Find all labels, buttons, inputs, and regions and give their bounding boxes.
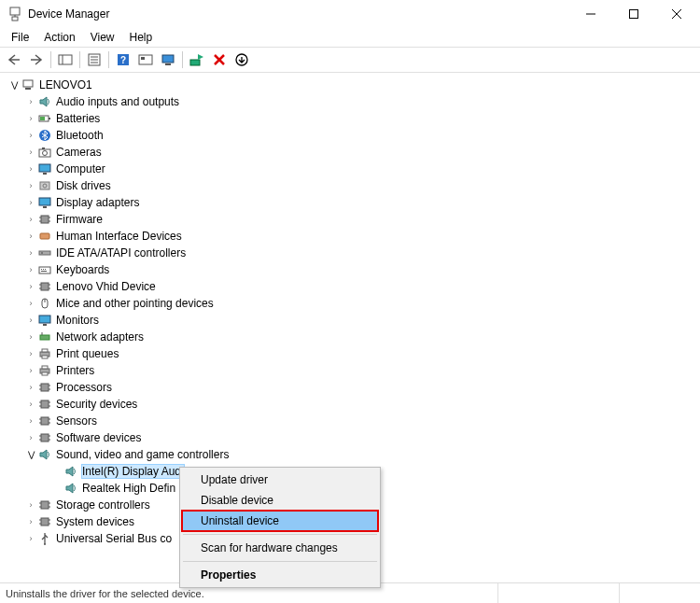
category-label: Display adapters	[56, 196, 139, 209]
tree-category[interactable]: ›Batteries	[7, 110, 696, 127]
expand-arrow-icon[interactable]: ›	[24, 164, 37, 174]
tree-category[interactable]: ⋁Sound, video and game controllers	[7, 446, 696, 463]
svg-rect-59	[43, 324, 47, 326]
tree-category[interactable]: ›Keyboards	[7, 261, 696, 278]
tree-category[interactable]: ›Processors	[7, 379, 696, 396]
disable-button[interactable]	[231, 49, 252, 70]
speaker-icon	[63, 464, 78, 479]
category-label: Universal Serial Bus co	[56, 532, 172, 545]
category-label: Mice and other pointing devices	[56, 297, 214, 310]
expand-arrow-icon[interactable]: ›	[24, 114, 37, 123]
tree-category[interactable]: ›Display adapters	[7, 194, 696, 211]
bluetooth-icon	[37, 128, 52, 143]
tree-root[interactable]: ⋁ LENOVO1	[7, 77, 696, 93]
tree-category[interactable]: ›IDE ATA/ATAPI controllers	[7, 245, 696, 261]
collapse-arrow-icon[interactable]: ⋁	[24, 450, 37, 459]
svg-text:?: ?	[120, 55, 126, 65]
tree-category[interactable]: ›Cameras	[7, 144, 696, 161]
menu-file[interactable]: File	[4, 29, 36, 46]
expand-arrow-icon[interactable]: ›	[24, 97, 37, 106]
back-button[interactable]	[4, 49, 24, 70]
expand-arrow-icon[interactable]: ›	[24, 366, 37, 375]
properties-button[interactable]	[84, 49, 105, 70]
expand-arrow-icon[interactable]: ›	[24, 383, 37, 392]
svg-rect-68	[41, 384, 49, 391]
maximize-button[interactable]	[612, 0, 655, 28]
cm-uninstall-device[interactable]: Uninstall device	[182, 511, 378, 531]
tree-category[interactable]: ›Lenovo Vhid Device	[7, 278, 696, 295]
keyboards-icon	[37, 262, 52, 277]
scan-hardware-button[interactable]	[158, 49, 178, 70]
expand-arrow-icon[interactable]: ›	[24, 215, 37, 224]
expand-arrow-icon[interactable]: ›	[24, 500, 37, 510]
svg-rect-1	[12, 17, 18, 21]
tree-category[interactable]: ›Printers	[7, 362, 696, 379]
expand-arrow-icon[interactable]: ›	[24, 299, 37, 308]
tree-category[interactable]: ›Human Interface Devices	[7, 228, 696, 245]
toolbar-action1-button[interactable]	[135, 49, 156, 70]
tree-category[interactable]: ›Monitors	[7, 312, 696, 329]
tree-category[interactable]: ›Firmware	[7, 211, 696, 228]
svg-rect-4	[630, 10, 638, 19]
tree-category[interactable]: ›Computer	[7, 161, 696, 177]
computer-icon	[21, 77, 35, 92]
expand-arrow-icon[interactable]: ›	[24, 282, 37, 291]
expand-arrow-icon[interactable]: ⋁	[7, 80, 21, 90]
tree-category[interactable]: ›Security devices	[7, 396, 696, 413]
speaker-icon	[63, 481, 78, 496]
svg-rect-51	[41, 283, 49, 290]
expand-arrow-icon[interactable]: ›	[24, 349, 37, 358]
tree-category[interactable]: ›Mice and other pointing devices	[7, 295, 696, 312]
expand-arrow-icon[interactable]: ›	[24, 265, 37, 274]
close-button[interactable]	[655, 0, 698, 28]
cm-scan-hardware[interactable]: Scan for hardware changes	[182, 538, 378, 558]
expand-arrow-icon[interactable]: ›	[24, 248, 37, 258]
expand-arrow-icon[interactable]: ›	[24, 416, 37, 426]
expand-arrow-icon[interactable]: ›	[24, 316, 37, 325]
minimize-button[interactable]	[569, 0, 612, 28]
expand-arrow-icon[interactable]: ›	[24, 147, 37, 157]
menu-view[interactable]: View	[83, 29, 122, 46]
expand-arrow-icon[interactable]: ›	[24, 517, 37, 526]
category-label: Disk drives	[56, 179, 111, 192]
app-icon	[7, 7, 22, 21]
menu-help[interactable]: Help	[122, 29, 161, 46]
device-label: Realtek High Defin	[82, 482, 175, 495]
expand-arrow-icon[interactable]: ›	[24, 131, 37, 140]
expand-arrow-icon[interactable]: ›	[24, 400, 37, 409]
menu-action[interactable]: Action	[36, 29, 82, 46]
status-cell-2	[508, 583, 620, 603]
tree-category[interactable]: ›Sensors	[7, 413, 696, 429]
tree-category[interactable]: ›Network adapters	[7, 329, 696, 345]
help-button[interactable]: ?	[113, 49, 133, 70]
update-driver-button[interactable]	[187, 49, 207, 70]
expand-arrow-icon[interactable]: ›	[24, 534, 37, 543]
expand-arrow-icon[interactable]: ›	[24, 181, 37, 190]
expand-arrow-icon[interactable]: ›	[24, 231, 37, 241]
svg-rect-47	[41, 269, 42, 270]
expand-arrow-icon[interactable]: ›	[24, 198, 37, 207]
cm-disable-device[interactable]: Disable device	[182, 490, 378, 511]
tree-category[interactable]: ›Bluetooth	[7, 127, 696, 144]
svg-rect-44	[39, 251, 50, 255]
svg-rect-31	[42, 147, 45, 149]
expand-arrow-icon[interactable]: ›	[24, 332, 37, 342]
svg-rect-38	[41, 216, 49, 223]
show-hide-tree-button[interactable]	[55, 49, 76, 70]
cm-properties[interactable]: Properties	[182, 565, 378, 585]
expand-arrow-icon[interactable]: ›	[24, 433, 37, 442]
titlebar: Device Manager	[0, 0, 700, 28]
svg-rect-66	[42, 366, 48, 369]
svg-rect-33	[43, 173, 47, 175]
tree-category[interactable]: ›Print queues	[7, 345, 696, 362]
svg-rect-18	[165, 63, 171, 65]
tree-category[interactable]: ›Audio inputs and outputs	[7, 93, 696, 110]
cm-update-driver[interactable]: Update driver	[182, 470, 378, 490]
tree-category[interactable]: ›Software devices	[7, 429, 696, 446]
forward-button[interactable]	[26, 49, 47, 70]
category-label: Cameras	[56, 146, 102, 159]
svg-rect-58	[39, 316, 50, 323]
uninstall-button[interactable]	[209, 49, 230, 70]
svg-rect-24	[25, 88, 31, 90]
tree-category[interactable]: ›Disk drives	[7, 177, 696, 194]
